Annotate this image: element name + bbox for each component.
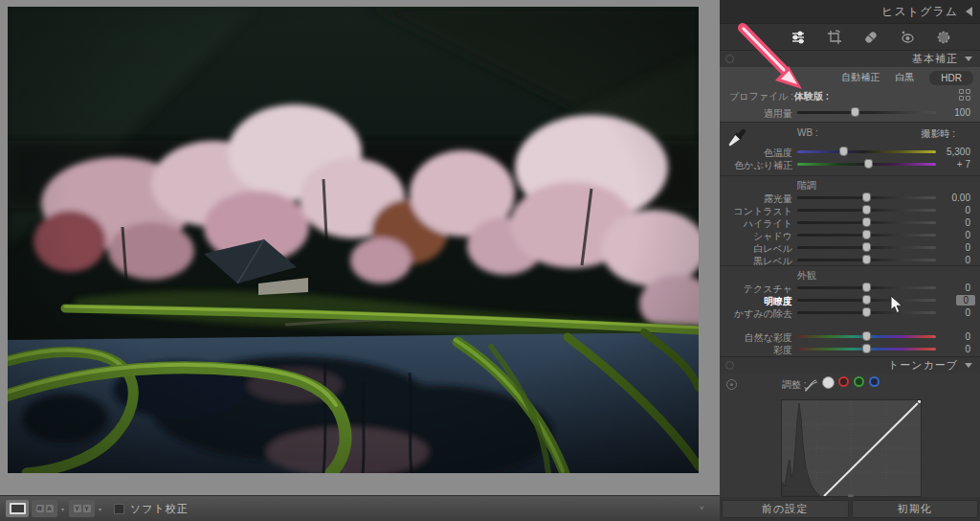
- bw-button[interactable]: 白黒: [895, 71, 914, 84]
- slider-track[interactable]: [797, 234, 936, 237]
- slider-value[interactable]: 100: [954, 107, 970, 118]
- green-channel-icon[interactable]: [854, 376, 864, 387]
- tool-strip: [720, 23, 980, 50]
- panel-footer: 前の設定 初期化: [720, 497, 980, 521]
- slider-row: 色かぶり補正+ 7: [720, 158, 980, 170]
- before-after-tb-button[interactable]: Y Y: [69, 500, 95, 517]
- basic-upper-zone: 自動補正 白黒 HDR プロファイル : 体験版 : 適用量100: [720, 67, 980, 122]
- slider-track[interactable]: [797, 259, 936, 261]
- slider-thumb[interactable]: [862, 344, 871, 353]
- red-channel-icon[interactable]: [838, 376, 849, 387]
- presence-section: 外観 テクスチャ0明瞭度0かすみの除去0 自然な彩度0彩度0: [720, 265, 980, 356]
- slider-value[interactable]: 0: [965, 283, 970, 293]
- slider-track[interactable]: [797, 299, 936, 302]
- red-eye-icon[interactable]: [900, 30, 915, 45]
- point-curve-channel-icon[interactable]: [822, 376, 835, 389]
- parametric-curve-icon[interactable]: [804, 378, 818, 391]
- hdr-button[interactable]: HDR: [929, 71, 973, 85]
- slider-thumb[interactable]: [862, 331, 871, 341]
- basic-panel-header[interactable]: 基本補正: [720, 50, 980, 67]
- slider-track[interactable]: [797, 246, 936, 249]
- expand-down-icon[interactable]: [965, 57, 972, 61]
- slider-track[interactable]: [797, 196, 936, 199]
- slider-value[interactable]: 0: [965, 205, 970, 215]
- chevron-down-icon[interactable]: ˅: [700, 505, 711, 512]
- slider-value[interactable]: 0: [965, 331, 970, 342]
- slider-thumb[interactable]: [851, 107, 859, 117]
- slider-track[interactable]: [797, 221, 936, 224]
- slider-value[interactable]: 0: [965, 255, 970, 265]
- slider-value[interactable]: 0: [965, 242, 970, 253]
- edit-sliders-icon[interactable]: [791, 30, 806, 45]
- slider-row: 白レベル0: [720, 241, 980, 254]
- slider-value[interactable]: 0: [965, 344, 970, 354]
- slider-thumb[interactable]: [862, 295, 871, 305]
- wb-row[interactable]: WB : 撮影時 :: [720, 127, 980, 141]
- curve-histogram: [782, 403, 820, 496]
- slider-value[interactable]: 0: [965, 230, 970, 240]
- blue-channel-icon[interactable]: [869, 376, 880, 387]
- slider-thumb[interactable]: [862, 230, 871, 239]
- slider-track[interactable]: [797, 348, 936, 351]
- crop-icon[interactable]: [827, 30, 842, 45]
- profile-browser-grid-icon[interactable]: [959, 89, 972, 102]
- slider-track[interactable]: [797, 286, 936, 289]
- profile-value[interactable]: 体験版 :: [794, 90, 829, 103]
- expand-down-icon[interactable]: [965, 363, 972, 368]
- basic-panel-title: 基本補正: [912, 52, 958, 66]
- slider-track[interactable]: [797, 209, 936, 212]
- slider-track[interactable]: [797, 111, 936, 114]
- slider-thumb[interactable]: [862, 193, 871, 202]
- slider-row: 自然な彩度0: [720, 330, 980, 343]
- slider-label: 適用量: [720, 107, 792, 121]
- dropdown-caret-icon[interactable]: ▾: [61, 506, 64, 512]
- photo-canvas[interactable]: [8, 7, 699, 473]
- slider-thumb[interactable]: [864, 159, 873, 169]
- slider-thumb[interactable]: [839, 147, 848, 156]
- slider-thumb[interactable]: [862, 205, 871, 215]
- view-letter: A: [46, 505, 54, 512]
- soft-proof-checkbox[interactable]: [114, 504, 124, 514]
- slider-value[interactable]: 5,300: [947, 147, 970, 157]
- histogram-panel-header[interactable]: ヒストグラム: [720, 0, 980, 23]
- reset-button[interactable]: 初期化: [852, 500, 979, 518]
- slider-thumb[interactable]: [862, 283, 871, 292]
- panel-toggle-icon[interactable]: [725, 361, 734, 370]
- presence-section-label: 外観: [720, 269, 980, 282]
- slider-track[interactable]: [797, 335, 936, 338]
- slider-track[interactable]: [797, 163, 936, 166]
- slider-row: 彩度0: [720, 343, 980, 355]
- tone-section: 階調 露光量0.00コントラスト0ハイライト0シャドウ0白レベル0黒レベル0: [720, 175, 980, 265]
- before-after-lr-button[interactable]: R A: [32, 500, 57, 517]
- slider-track[interactable]: [797, 311, 936, 314]
- auto-correct-button[interactable]: 自動補正: [841, 71, 880, 84]
- previous-settings-button[interactable]: 前の設定: [722, 500, 849, 518]
- slider-value[interactable]: 0.00: [952, 193, 970, 203]
- slider-value[interactable]: + 7: [957, 159, 970, 170]
- view-letter: R: [36, 505, 44, 512]
- healing-brush-icon[interactable]: [863, 30, 879, 45]
- panel-toggle-icon[interactable]: [725, 55, 734, 63]
- tone-curve-graph[interactable]: [781, 399, 922, 497]
- tone-curve-panel-header[interactable]: トーンカーブ: [720, 356, 980, 374]
- slider-thumb[interactable]: [862, 307, 871, 317]
- wb-value[interactable]: 撮影時 :: [921, 127, 955, 141]
- dropdown-caret-icon[interactable]: ▾: [99, 506, 101, 512]
- slider-value[interactable]: 0: [956, 295, 975, 306]
- slider-value[interactable]: 0: [965, 307, 970, 318]
- slider-thumb[interactable]: [862, 242, 871, 252]
- develop-right-panel: ヒストグラム: [720, 0, 980, 521]
- collapse-left-icon[interactable]: [966, 7, 972, 16]
- slider-thumb[interactable]: [862, 217, 871, 227]
- slider-value[interactable]: 0: [965, 217, 970, 228]
- soft-proof-control[interactable]: ソフト校正: [114, 502, 189, 516]
- histogram-title: ヒストグラム: [881, 4, 958, 20]
- slider-track[interactable]: [797, 150, 936, 153]
- panel-grip[interactable]: [848, 494, 854, 497]
- masking-icon[interactable]: [936, 30, 951, 45]
- loupe-view-button[interactable]: [6, 500, 29, 517]
- target-adjustment-icon[interactable]: [726, 379, 737, 390]
- tone-curve-title: トーンカーブ: [888, 358, 958, 373]
- slider-thumb[interactable]: [862, 255, 871, 264]
- slider-label: かすみの除去: [720, 307, 792, 321]
